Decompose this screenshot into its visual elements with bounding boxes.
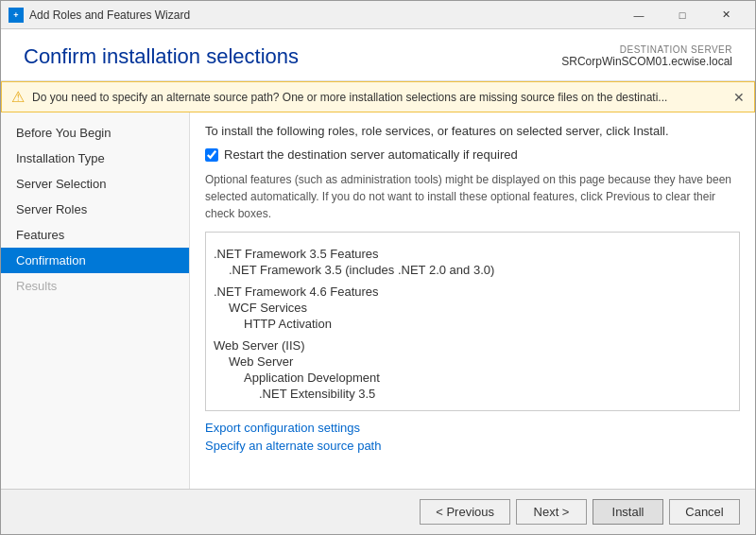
list-item: .NET Framework 3.5 Features — [214, 246, 731, 262]
list-item: Web Server — [214, 354, 731, 370]
warning-close-button[interactable]: ✕ — [733, 90, 745, 105]
install-button[interactable]: Install — [593, 499, 663, 525]
list-item: HTTP Activation — [214, 316, 731, 332]
cancel-button[interactable]: Cancel — [669, 499, 740, 525]
svg-text:+: + — [13, 10, 18, 20]
sidebar-item-features[interactable]: Features — [1, 222, 189, 248]
install-instructions: To install the following roles, role ser… — [205, 124, 740, 138]
sidebar-item-confirmation[interactable]: Confirmation — [1, 248, 189, 273]
wizard-window: + Add Roles and Features Wizard — □ ✕ Co… — [0, 0, 756, 535]
list-item: .NET Framework 4.6 Features — [214, 284, 731, 300]
destination-label: DESTINATION SERVER — [561, 44, 732, 55]
warning-banner: ⚠ Do you need to specify an alternate so… — [1, 81, 755, 112]
sidebar-item-before-you-begin[interactable]: Before You Begin — [1, 120, 189, 146]
window-title: Add Roles and Features Wizard — [29, 9, 617, 22]
sidebar-item-server-selection[interactable]: Server Selection — [1, 171, 189, 197]
minimize-button[interactable]: — — [617, 1, 661, 29]
previous-button[interactable]: < Previous — [420, 499, 510, 525]
warning-text: Do you need to specify an alternate sour… — [32, 91, 726, 104]
list-item: Web Server (IIS) — [214, 337, 731, 354]
wizard-body: Before You Begin Installation Type Serve… — [1, 112, 755, 489]
list-item: .NET Extensibility 3.5 — [214, 386, 731, 402]
window-controls: — □ ✕ — [617, 1, 747, 29]
main-content: To install the following roles, role ser… — [190, 112, 755, 489]
sidebar-item-installation-type[interactable]: Installation Type — [1, 146, 189, 171]
restart-checkbox-row: Restart the destination server automatic… — [205, 147, 740, 162]
destination-server-info: DESTINATION SERVER SRCorpWinSCOM01.ecwis… — [561, 44, 732, 68]
wizard-footer: < Previous Next > Install Cancel — [1, 489, 755, 534]
close-button[interactable]: ✕ — [704, 1, 747, 29]
next-button[interactable]: Next > — [516, 499, 587, 525]
restart-label: Restart the destination server automatic… — [224, 147, 518, 162]
list-item: .NET Framework 3.5 (includes .NET 2.0 an… — [214, 262, 731, 278]
sidebar-item-server-roles[interactable]: Server Roles — [1, 197, 189, 222]
restart-checkbox[interactable] — [205, 148, 218, 162]
maximize-button[interactable]: □ — [661, 1, 704, 29]
wizard-header: Confirm installation selections DESTINAT… — [1, 29, 755, 81]
list-item: Application Development — [214, 370, 731, 386]
app-icon: + — [9, 8, 24, 23]
alternate-source-link[interactable]: Specify an alternate source path — [205, 439, 740, 453]
titlebar: + Add Roles and Features Wizard — □ ✕ — [1, 1, 755, 29]
list-item: WCF Services — [214, 300, 731, 316]
optional-features-text: Optional features (such as administratio… — [205, 171, 740, 222]
server-name: SRCorpWinSCOM01.ecwise.local — [561, 55, 732, 68]
warning-icon: ⚠ — [11, 88, 25, 106]
links-section: Export configuration settings Specify an… — [205, 421, 740, 453]
sidebar: Before You Begin Installation Type Serve… — [1, 112, 190, 489]
sidebar-item-results[interactable]: Results — [1, 273, 189, 299]
features-list[interactable]: .NET Framework 3.5 Features .NET Framewo… — [205, 232, 740, 411]
export-config-link[interactable]: Export configuration settings — [205, 421, 740, 435]
page-title: Confirm installation selections — [24, 44, 299, 69]
